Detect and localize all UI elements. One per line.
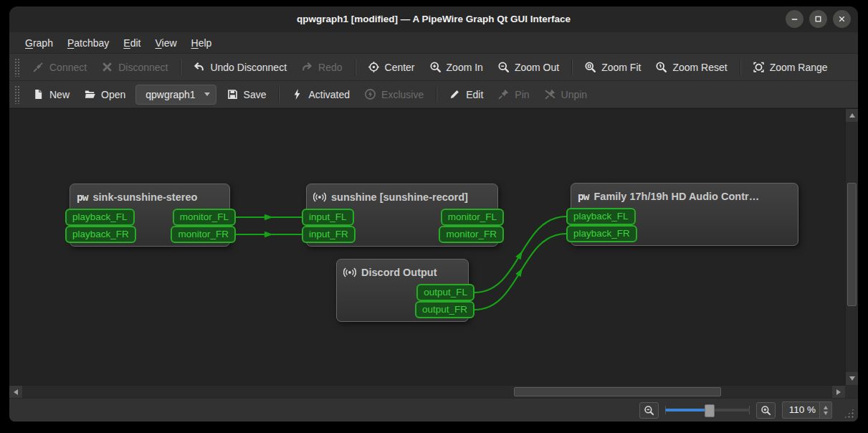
horizontal-scrollbar[interactable]: [9, 385, 845, 398]
graph-node-discord[interactable]: Discord Outputoutput_FLoutput_FR: [336, 259, 469, 322]
menu-item-edit[interactable]: Edit: [116, 35, 148, 51]
minimize-icon: [789, 14, 800, 24]
connection-arrow-icon: [264, 214, 273, 220]
edit-button[interactable]: Edit: [442, 85, 490, 103]
scroll-left-button[interactable]: [9, 386, 22, 399]
toolbar-button-label: Zoom Range: [770, 62, 828, 73]
toolbar-drag-handle[interactable]: [14, 58, 20, 77]
zoom-spinbox[interactable]: 110 %: [782, 401, 832, 419]
vertical-scrollbar[interactable]: [845, 109, 858, 385]
media-node-icon: [313, 191, 326, 204]
port-monitor_FL[interactable]: monitor_FL: [173, 209, 236, 226]
port-playback_FL[interactable]: playback_FL: [566, 208, 636, 225]
toolbar-button-label: Zoom In: [447, 62, 483, 73]
toolbar-button-label: Edit: [466, 89, 483, 100]
zoom-reset-icon: [655, 61, 667, 73]
new-button[interactable]: New: [26, 85, 76, 103]
horizontal-scroll-thumb[interactable]: [514, 387, 721, 396]
toolbar-button-label: Redo: [318, 62, 342, 73]
graph-node-sink[interactable]: pwsink-sunshine-stereoplayback_FLmonitor…: [70, 184, 230, 247]
graph-canvas-area: pwsink-sunshine-stereoplayback_FLmonitor…: [9, 108, 858, 398]
port-monitor_FR[interactable]: monitor_FR: [171, 226, 236, 243]
chevron-down-icon: [204, 92, 210, 96]
center-button[interactable]: Center: [361, 58, 421, 76]
menu-item-patchbay[interactable]: Patchbay: [60, 35, 116, 51]
toolbar-button-label: Open: [101, 89, 125, 100]
zoom-in-button[interactable]: Zoom In: [423, 58, 490, 76]
redo-icon: [301, 61, 313, 73]
resize-grip[interactable]: [844, 408, 854, 419]
patchbay-select[interactable]: qpwgraph1: [135, 85, 216, 105]
close-button[interactable]: [833, 10, 851, 28]
status-bar: 110 %: [9, 398, 858, 422]
port-row: playback_FL: [571, 208, 798, 225]
activated-button[interactable]: Activated: [285, 85, 356, 103]
port-input_FR[interactable]: input_FR: [302, 226, 356, 243]
zoom-reset-button[interactable]: Zoom Reset: [649, 58, 733, 76]
window-controls: [780, 10, 851, 28]
scroll-right-button[interactable]: [832, 386, 845, 399]
unpin-icon: [544, 88, 556, 100]
zoom-out-button[interactable]: [639, 402, 659, 419]
port-output_FL[interactable]: output_FL: [416, 284, 474, 301]
patchbay-select-value: qpwgraph1: [146, 89, 195, 100]
connection-arrow-icon: [264, 232, 273, 237]
disconnect-button[interactable]: Disconnect: [95, 58, 174, 76]
toolbar-button-label: Activated: [308, 89, 350, 100]
port-playback_FL[interactable]: playback_FL: [65, 209, 135, 226]
spin-down-icon[interactable]: [824, 411, 828, 415]
slider-handle[interactable]: [705, 404, 715, 417]
vertical-scroll-thumb[interactable]: [847, 183, 857, 306]
menu-item-view[interactable]: View: [148, 35, 183, 51]
port-playback_FR[interactable]: playback_FR: [65, 226, 136, 243]
toolbar-button-label: Save: [244, 89, 267, 100]
minimize-button[interactable]: [786, 10, 803, 28]
port-row: input_FRmonitor_FR: [307, 226, 497, 243]
toolbar-drag-handle[interactable]: [14, 85, 20, 104]
zoom-in-button[interactable]: [756, 402, 776, 419]
undo-disconnect-button[interactable]: Undo Disconnect: [186, 58, 293, 76]
port-row: playback_FRmonitor_FR: [70, 226, 229, 243]
maximize-icon: [813, 14, 824, 24]
toolbar-separator: [571, 60, 572, 75]
port-row: output_FL: [337, 284, 468, 301]
pipewire-icon: pw: [578, 191, 588, 202]
pin-button[interactable]: Pin: [491, 85, 535, 103]
toolbar-button-label: Pin: [515, 89, 529, 100]
scrollbar-corner: [845, 385, 858, 398]
zoom-in-icon: [760, 405, 771, 416]
graph-node-sunshine[interactable]: sunshine [sunshine-record]input_FLmonito…: [306, 184, 498, 247]
open-button[interactable]: Open: [77, 85, 132, 103]
spinbox-arrows[interactable]: [819, 402, 831, 418]
connect-button[interactable]: Connect: [26, 58, 93, 76]
save-icon: [226, 88, 239, 100]
zoom-range-icon: [753, 61, 765, 73]
window-title: qpwgraph1 [modified] — A PipeWire Graph …: [9, 6, 858, 32]
graph-viewport[interactable]: pwsink-sunshine-stereoplayback_FLmonitor…: [9, 109, 845, 385]
maximize-button[interactable]: [809, 10, 827, 28]
zoom-out-button[interactable]: Zoom Out: [491, 58, 566, 76]
disconnect-icon: [101, 61, 113, 73]
spin-up-icon[interactable]: [824, 406, 828, 409]
connection-arrow-icon: [515, 268, 523, 277]
zoom-range-button[interactable]: Zoom Range: [746, 58, 834, 76]
port-playback_FR[interactable]: playback_FR: [566, 225, 637, 242]
node-header: sunshine [sunshine-record]: [307, 184, 497, 209]
exclusive-button[interactable]: Exclusive: [358, 85, 430, 103]
port-monitor_FR[interactable]: monitor_FR: [439, 226, 504, 243]
toolbar-separator: [355, 60, 356, 75]
port-input_FL[interactable]: input_FL: [302, 209, 354, 226]
menu-item-help[interactable]: Help: [184, 35, 219, 51]
save-button[interactable]: Save: [220, 85, 273, 103]
port-monitor_FL[interactable]: monitor_FL: [441, 209, 504, 226]
unpin-button[interactable]: Unpin: [538, 85, 594, 103]
scroll-down-button[interactable]: [846, 372, 858, 385]
zoom-slider[interactable]: [665, 404, 750, 417]
menu-item-graph[interactable]: Graph: [18, 35, 60, 51]
graph-node-family[interactable]: pwFamily 17h/19h HD Audio Contr…playback…: [571, 183, 798, 246]
port-output_FR[interactable]: output_FR: [415, 301, 474, 318]
zoom-out-icon: [644, 405, 654, 416]
scroll-up-button[interactable]: [846, 109, 858, 122]
zoom-fit-button[interactable]: Zoom Fit: [578, 58, 647, 76]
redo-button[interactable]: Redo: [295, 58, 348, 76]
